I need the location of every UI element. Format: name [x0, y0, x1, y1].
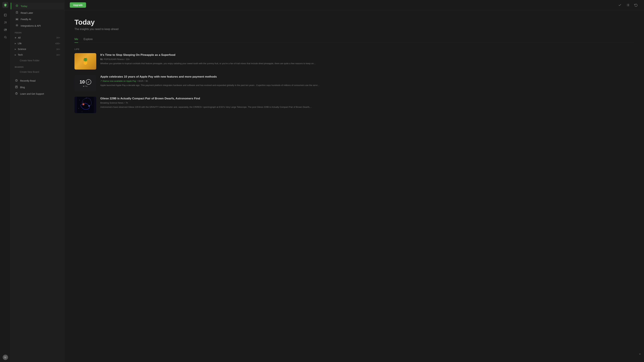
article-meta-applepay: Klarna now available on Apple Pay • BGR …	[100, 80, 634, 82]
integrations-icon	[15, 24, 18, 27]
icon-rail: AI U	[0, 0, 11, 362]
read-later-label: Read Later	[21, 11, 33, 14]
svg-point-20	[626, 6, 627, 6]
search-rail-icon[interactable]	[2, 34, 8, 40]
svg-point-26	[78, 108, 79, 109]
science-feed-label: Science	[18, 48, 55, 50]
sidebar-feed-tech[interactable]: ▶ Tech 1K+	[11, 52, 64, 58]
article-gliese[interactable]: Gliese 229B is Actually Compact Pair of …	[74, 97, 634, 113]
all-feeds-label: All	[18, 36, 55, 39]
scroll-down-indicator: ⌄	[638, 351, 641, 355]
page-subtitle: The insights you need to keep ahead	[74, 28, 634, 31]
create-board-label: Create New Board	[20, 70, 39, 73]
svg-text:AI: AI	[6, 29, 6, 30]
boards-section-label: BOARDS	[11, 63, 64, 69]
svg-point-32	[88, 105, 90, 107]
article-source-applepay: • BGR /	[137, 80, 144, 82]
ai-assistant-icon[interactable]: AI	[2, 27, 8, 33]
svg-point-8	[4, 36, 6, 38]
sidebar-item-feedly-ai[interactable]: AI Feedly AI	[11, 16, 64, 22]
tech-expand-arrow: ▶	[15, 54, 16, 56]
blog-icon	[15, 86, 18, 89]
create-folder-label: Create New Folder	[20, 59, 40, 62]
article-pineapple[interactable]: 🍍 It's Time to Stop Sleeping On Pineappl…	[74, 53, 634, 69]
sidebar-feed-all[interactable]: ≡ All 1K+	[11, 35, 64, 40]
article-thumbnail-pineapple: 🍍	[74, 53, 96, 69]
article-thumbnail-gliese	[74, 97, 96, 113]
main-content: Upgrade	[64, 0, 644, 362]
svg-point-23	[90, 99, 90, 99]
all-feeds-count: 1K+	[56, 36, 60, 39]
upgrade-button[interactable]: Upgrade	[70, 2, 86, 8]
article-snippet-gliese: Astronomers have observed Gliese 229 B w…	[100, 105, 634, 109]
recently-read-label: Recently Read	[20, 79, 36, 82]
user-avatar[interactable]: U	[3, 355, 8, 360]
sidebar-item-learn-support[interactable]: Learn and Get Support	[11, 90, 64, 97]
article-applepay[interactable]: 10 ✓ ◆ Pay Apple celebrates 10 years of …	[74, 75, 634, 91]
article-title-applepay: Apple celebrates 10 years of Apple Pay w…	[100, 75, 634, 79]
view-options-button[interactable]	[625, 2, 630, 8]
content-tabs: Me Explore	[74, 36, 634, 43]
sidebar-toggle-icon[interactable]	[2, 12, 8, 18]
svg-point-12	[16, 25, 17, 26]
sidebar-item-today[interactable]: Today	[11, 3, 64, 9]
create-folder-link[interactable]: Create New Folder	[11, 58, 64, 63]
article-source-pineapple: POPSUGAR Fitness /	[104, 58, 125, 60]
life-feed-label: Life	[18, 42, 54, 45]
sidebar-item-blog[interactable]: Blog	[11, 84, 64, 90]
refresh-button[interactable]	[633, 2, 639, 8]
svg-point-11	[16, 5, 17, 6]
recently-read-icon	[15, 79, 18, 82]
svg-point-27	[88, 110, 89, 110]
article-source-gliese: Breaking Science News /	[100, 102, 124, 104]
life-section: LIFE 🍍 It's Time to Stop Sleeping On Pin…	[74, 48, 634, 113]
svg-line-9	[6, 38, 6, 38]
svg-point-18	[626, 4, 627, 4]
svg-rect-21	[77, 97, 94, 113]
learn-support-label: Learn and Get Support	[20, 92, 44, 95]
sidebar-feed-science[interactable]: ▶ Science 1K+	[11, 46, 64, 52]
svg-point-22	[79, 100, 80, 100]
svg-point-25	[92, 105, 92, 105]
life-section-label: LIFE	[74, 48, 634, 50]
mark-all-read-button[interactable]	[617, 2, 622, 8]
app-logo[interactable]	[2, 2, 8, 8]
article-time-pineapple: 21h	[126, 58, 130, 60]
sidebar-item-recently-read[interactable]: Recently Read	[11, 77, 64, 84]
integrations-label: Integrations & API	[21, 24, 41, 27]
blog-label: Blog	[20, 86, 25, 89]
trending-label-applepay: Klarna now available on Apple Pay	[103, 80, 136, 82]
today-icon	[15, 4, 18, 8]
trending-badge-applepay: Klarna now available on Apple Pay	[100, 80, 136, 82]
svg-point-19	[626, 5, 627, 5]
article-time-gliese: 7h	[126, 102, 128, 104]
feedly-ai-label: Feedly AI	[21, 18, 31, 21]
article-body-gliese: Gliese 229B is Actually Compact Pair of …	[100, 97, 634, 113]
sidebar-feed-life[interactable]: ▶ Life 435+	[11, 40, 64, 46]
article-title-pineapple: It's Time to Stop Sleeping On Pineapple …	[100, 53, 634, 57]
tab-me[interactable]: Me	[74, 36, 78, 43]
feeds-section-label: FEEDS	[11, 29, 64, 35]
svg-point-28	[82, 112, 82, 112]
learn-support-icon	[15, 92, 18, 95]
article-time-applepay: 9h	[146, 80, 148, 82]
add-feed-icon[interactable]	[2, 19, 8, 25]
svg-rect-0	[4, 14, 6, 16]
tab-explore[interactable]: Explore	[84, 36, 92, 43]
article-meta-pineapple: 51 POPSUGAR Fitness / 21h	[100, 58, 634, 60]
article-count-pineapple: 51	[100, 58, 103, 60]
article-body-applepay: Apple celebrates 10 years of Apple Pay w…	[100, 75, 634, 91]
article-thumbnail-applepay: 10 ✓ ◆ Pay	[74, 75, 96, 91]
feedly-ai-icon: AI	[15, 18, 18, 20]
svg-point-2	[4, 23, 5, 24]
sidebar-item-read-later[interactable]: Read Later	[11, 9, 64, 16]
tech-feed-count: 1K+	[56, 54, 60, 56]
topbar-actions	[617, 2, 639, 8]
create-board-link[interactable]: Create New Board	[11, 69, 64, 75]
today-label: Today	[21, 5, 27, 7]
science-feed-count: 1K+	[56, 48, 60, 50]
topbar: Upgrade	[64, 0, 644, 10]
read-later-icon	[15, 11, 18, 14]
sidebar-item-integrations[interactable]: Integrations & API	[11, 22, 64, 29]
life-expand-arrow: ▶	[15, 42, 16, 44]
